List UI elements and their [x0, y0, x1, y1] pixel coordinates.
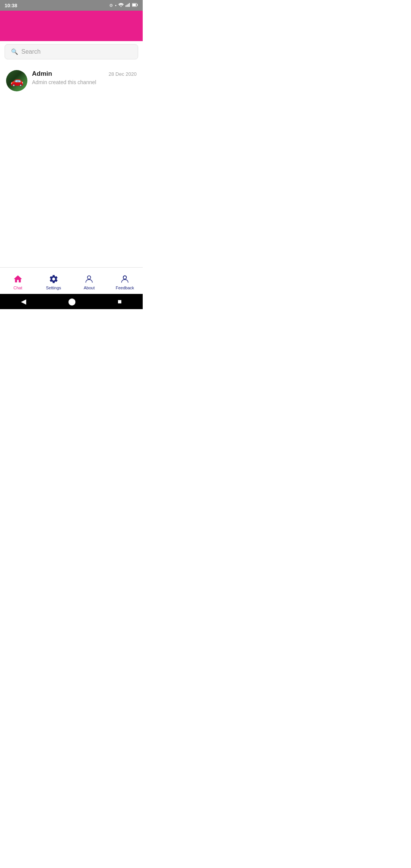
chat-list: Admin 28 Dec 2020 Admin created this cha…: [0, 62, 143, 267]
chat-header-admin: Admin 28 Dec 2020: [32, 70, 137, 78]
nav-label-chat: Chat: [13, 286, 22, 290]
svg-rect-7: [137, 4, 138, 6]
svg-point-0: [121, 6, 122, 7]
nav-label-settings: Settings: [46, 286, 61, 290]
about-person-icon: [84, 274, 94, 284]
svg-rect-4: [129, 3, 130, 7]
chat-preview-admin: Admin created this channel: [32, 79, 137, 85]
status-icons: ⚙ •: [109, 3, 138, 8]
svg-point-8: [88, 276, 91, 279]
nav-item-feedback[interactable]: Feedback: [107, 268, 143, 294]
search-bar[interactable]: 🔍 Search: [5, 44, 138, 59]
status-time: 10:38: [5, 3, 17, 8]
status-bar: 10:38 ⚙ •: [0, 0, 143, 11]
nav-item-settings[interactable]: Settings: [36, 268, 72, 294]
settings-status-icon: ⚙: [109, 3, 113, 8]
search-placeholder: Search: [21, 48, 41, 55]
nav-item-about[interactable]: About: [72, 268, 107, 294]
svg-rect-2: [127, 5, 127, 7]
svg-point-10: [123, 276, 127, 279]
wifi-icon: [118, 3, 124, 8]
svg-rect-3: [128, 4, 129, 7]
nav-label-feedback: Feedback: [116, 286, 134, 290]
chat-name-admin: Admin: [32, 70, 52, 78]
chat-content-admin: Admin 28 Dec 2020 Admin created this cha…: [32, 70, 137, 85]
android-home-button[interactable]: ⬤: [68, 297, 76, 306]
android-back-button[interactable]: ◀: [21, 297, 26, 306]
header-banner: [0, 11, 143, 41]
svg-rect-1: [126, 5, 126, 7]
avatar-admin: [6, 70, 27, 91]
search-container: 🔍 Search: [0, 41, 143, 62]
chat-item-admin[interactable]: Admin 28 Dec 2020 Admin created this cha…: [0, 65, 143, 96]
android-nav: ◀ ⬤ ■: [0, 294, 143, 309]
search-icon: 🔍: [11, 48, 18, 55]
svg-rect-6: [132, 4, 136, 6]
signal-icon: [126, 3, 130, 8]
dot-icon: •: [115, 3, 116, 8]
feedback-person-icon: [120, 274, 130, 284]
settings-icon: [49, 274, 59, 284]
android-recents-button[interactable]: ■: [118, 298, 122, 306]
battery-icon: [132, 3, 138, 8]
nav-label-about: About: [84, 286, 95, 290]
nav-item-chat[interactable]: Chat: [0, 268, 36, 294]
bottom-nav: Chat Settings About Feedback: [0, 267, 143, 294]
home-icon: [13, 274, 23, 284]
chat-time-admin: 28 Dec 2020: [108, 71, 137, 77]
